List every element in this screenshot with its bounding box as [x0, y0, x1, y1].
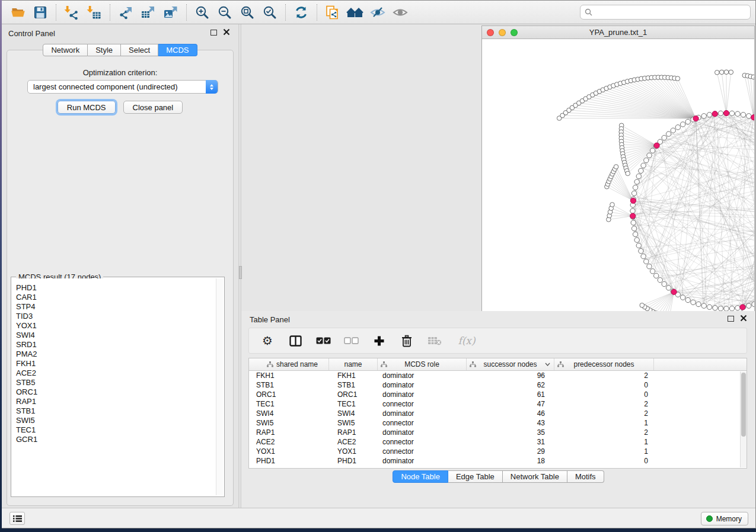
tab-network[interactable]: Network	[43, 44, 88, 56]
table-row[interactable]: FKH1FKH1dominator962	[249, 371, 747, 380]
network-node[interactable]	[630, 209, 635, 213]
dominator-node[interactable]	[671, 289, 677, 294]
table-cell[interactable]: connector	[378, 437, 467, 447]
leaf-node[interactable]	[614, 165, 618, 169]
save-session-button[interactable]	[30, 3, 50, 22]
function-builder-button[interactable]: f(x)	[454, 332, 480, 350]
network-node[interactable]	[680, 122, 685, 127]
close-table-panel-icon[interactable]	[739, 315, 747, 322]
mcds-list-scrollbar[interactable]	[216, 278, 223, 495]
network-node[interactable]	[741, 113, 745, 117]
network-node[interactable]	[701, 303, 706, 308]
mcds-result-item[interactable]: YOX1	[12, 321, 223, 331]
table-cell[interactable]: RAP1	[329, 428, 378, 437]
dominator-node[interactable]	[723, 110, 729, 116]
open-file-button[interactable]	[8, 3, 28, 22]
zoom-fit-button[interactable]	[237, 3, 257, 22]
close-panel-icon[interactable]	[222, 28, 230, 36]
table-cell[interactable]: 47	[467, 399, 554, 409]
table-settings-button[interactable]: ⚙	[259, 332, 276, 350]
zoom-in-button[interactable]	[192, 3, 212, 22]
network-node[interactable]	[680, 295, 685, 300]
table-row[interactable]: TEC1TEC1connector472	[249, 399, 747, 409]
tab-mcds[interactable]: MCDS	[158, 44, 197, 56]
network-node[interactable]	[641, 163, 646, 168]
refresh-button[interactable]	[291, 3, 311, 22]
network-node[interactable]	[685, 297, 690, 302]
table-row[interactable]: PHD1PHD1dominator180	[249, 456, 747, 466]
table-cell[interactable]	[654, 380, 747, 390]
leaf-node[interactable]	[610, 203, 615, 207]
tab-network-table[interactable]: Network Table	[503, 470, 567, 483]
network-node[interactable]	[666, 132, 671, 136]
table-cell[interactable]	[654, 456, 747, 466]
network-node[interactable]	[747, 114, 751, 118]
network-node[interactable]	[634, 180, 639, 184]
network-node[interactable]	[675, 125, 680, 130]
leaf-node[interactable]	[719, 70, 724, 75]
table-cell[interactable]: 0	[554, 380, 654, 390]
network-graph[interactable]	[482, 39, 754, 334]
table-cell[interactable]	[654, 428, 747, 437]
table-cell[interactable]: 35	[467, 428, 554, 437]
export-network-button[interactable]	[116, 3, 136, 22]
network-node[interactable]	[647, 264, 652, 269]
memory-button[interactable]: Memory	[701, 512, 748, 525]
table-cell[interactable]: SWI4	[249, 409, 329, 418]
table-row[interactable]: STB1STB1dominator620	[249, 380, 747, 390]
mcds-result-item[interactable]: TID3	[12, 312, 223, 321]
table-cell[interactable]: 0	[554, 390, 654, 399]
first-neighbors-button[interactable]	[345, 3, 365, 22]
table-row[interactable]: RAP1RAP1dominator352	[249, 428, 747, 437]
table-row[interactable]: SWI4SWI4dominator462	[249, 409, 747, 418]
tab-motifs[interactable]: Motifs	[567, 470, 604, 483]
table-cell[interactable]: PHD1	[329, 456, 378, 466]
table-cell[interactable]: 18	[467, 456, 554, 466]
table-cell[interactable]: SWI4	[329, 409, 378, 418]
network-node[interactable]	[650, 269, 655, 274]
table-cell[interactable]: connector	[378, 418, 467, 428]
network-node[interactable]	[735, 111, 740, 116]
hide-selected-button[interactable]	[368, 3, 388, 22]
network-node[interactable]	[713, 306, 717, 310]
scrollbar-thumb[interactable]	[741, 373, 746, 437]
network-node[interactable]	[707, 113, 712, 117]
table-cell[interactable]: ORC1	[329, 390, 378, 399]
import-network-button[interactable]	[62, 3, 82, 22]
table-cell[interactable]: FKH1	[329, 371, 378, 380]
export-table-button[interactable]	[138, 3, 158, 22]
table-cell[interactable]: dominator	[378, 380, 467, 390]
network-node[interactable]	[718, 111, 723, 116]
table-cell[interactable]: 1	[554, 437, 654, 447]
table-row[interactable]: SWI5SWI5connector431	[249, 418, 747, 428]
leaf-node[interactable]	[626, 171, 630, 176]
tab-style[interactable]: Style	[88, 44, 121, 56]
float-panel-icon[interactable]	[210, 30, 217, 36]
network-node[interactable]	[636, 243, 641, 248]
tab-select[interactable]: Select	[121, 44, 158, 56]
mcds-result-item[interactable]: ORC1	[12, 387, 223, 397]
network-node[interactable]	[650, 148, 655, 153]
mcds-result-item[interactable]: SWI5	[12, 416, 223, 425]
network-node[interactable]	[641, 254, 646, 259]
network-node[interactable]	[631, 220, 636, 225]
mcds-result-item[interactable]: RAP1	[12, 397, 223, 406]
mcds-result-item[interactable]: CAR1	[12, 293, 223, 302]
network-node[interactable]	[729, 306, 734, 311]
table-cell[interactable]	[654, 447, 747, 456]
table-cell[interactable]: 29	[467, 447, 554, 456]
zoom-out-button[interactable]	[215, 3, 235, 22]
search-input[interactable]	[595, 8, 746, 17]
network-node[interactable]	[654, 273, 659, 278]
table-cell[interactable]: dominator	[378, 428, 467, 437]
run-mcds-button[interactable]: Run MCDS	[58, 101, 116, 114]
dominator-node[interactable]	[630, 213, 636, 219]
leaf-node[interactable]	[640, 303, 645, 308]
table-cell[interactable]	[654, 371, 747, 380]
network-node[interactable]	[666, 286, 671, 290]
close-panel-button[interactable]: Close panel	[123, 101, 183, 114]
table-cell[interactable]	[654, 399, 747, 409]
table-cell[interactable]: ACE2	[249, 437, 329, 447]
table-cell[interactable]: connector	[378, 399, 467, 409]
mcds-result-item[interactable]: GCR1	[12, 435, 223, 444]
